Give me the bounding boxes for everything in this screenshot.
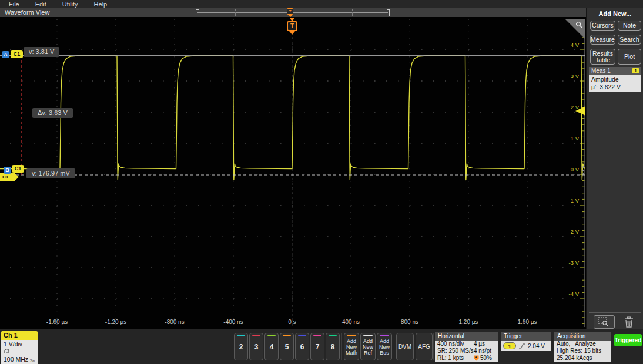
x-axis-label: -1.20 µs	[105, 319, 126, 325]
x-axis-label: 1.60 µs	[517, 319, 537, 325]
add-new-bus-button[interactable]: Add New Bus	[377, 333, 392, 360]
results-table-button[interactable]: Results Table	[590, 49, 615, 65]
channel-3-button[interactable]: 3	[249, 333, 263, 360]
overview-trigger-marker[interactable]: T	[287, 8, 293, 17]
tab-waveform-view[interactable]: Waveform View	[5, 9, 49, 16]
trigger-level: 2.04 V	[528, 343, 545, 349]
x-axis-label: 0 s	[288, 319, 296, 325]
menu-help[interactable]: Help	[94, 0, 108, 8]
add-new-ref-button[interactable]: Add New Ref	[360, 333, 376, 360]
waveform-view-tab-bar: Waveform View T	[0, 8, 586, 17]
acquisition-count: 25.204 kAcqs	[554, 355, 611, 362]
measure-button[interactable]: Measure	[590, 35, 615, 45]
divider	[341, 333, 342, 360]
x-axis-label: -800 ns	[165, 319, 184, 325]
divider	[433, 333, 434, 360]
zoom-mode-button[interactable]	[594, 315, 615, 329]
trash-button[interactable]	[622, 315, 636, 329]
channel-1-badge[interactable]: Ch 1 1 V/div 100 MHz ‰	[1, 331, 38, 364]
y-axis-label: 4 V	[571, 42, 580, 48]
trigger-settings-badge[interactable]: Trigger 1 2.04 V	[501, 332, 551, 351]
dvm-button[interactable]: DVM	[396, 333, 414, 360]
meas-source-badge: 1	[632, 68, 639, 73]
acquisition-resolution: High Res: 15 bits	[554, 348, 611, 355]
waveform-view: 4 V3 V2 V1 V0 V-1 V-2 V-3 V-4 V-1.60 µs-…	[0, 17, 586, 329]
zoom-selection-icon	[598, 317, 611, 327]
channel-1-scale: 1 V/div	[4, 341, 35, 348]
plot-button[interactable]: Plot	[618, 49, 641, 65]
probe-icon	[4, 348, 35, 356]
channel-8-button[interactable]: 8	[326, 333, 340, 360]
horizontal-title: Horizontal	[435, 332, 498, 341]
menu-file[interactable]: File	[9, 0, 19, 8]
bottom-bar: Ch 1 1 V/div 100 MHz ‰ 2 3 4 5 6 7 8 Add…	[0, 329, 643, 364]
y-axis-label: 3 V	[571, 73, 580, 79]
meas-type: Amplitude	[591, 76, 639, 83]
y-axis-label: 2 V	[571, 104, 580, 110]
meas-1-title: Meas 1	[591, 68, 611, 74]
horizontal-settings-badge[interactable]: Horizontal 400 ns/div4 µs SR: 250 MS/s4 …	[435, 332, 498, 362]
add-new-title: Add New...	[587, 10, 643, 17]
panel-splitter-grip[interactable]	[582, 164, 585, 177]
channel-5-button[interactable]: 5	[280, 333, 294, 360]
x-axis-label: 400 ns	[342, 319, 360, 325]
meas-value: µ': 3.622 V	[591, 83, 639, 91]
note-button[interactable]: Note	[618, 21, 641, 31]
trigger-flag-label: T	[287, 21, 297, 31]
y-axis-label: 0 V	[571, 166, 580, 173]
ruler-right-bracket	[387, 9, 390, 16]
menu-utility[interactable]: Utility	[62, 0, 78, 8]
channel-6-button[interactable]: 6	[295, 333, 309, 360]
y-axis-label: -1 V	[569, 197, 580, 204]
horizontal-overview-ruler[interactable]: T	[196, 9, 390, 16]
y-axis-label: -2 V	[569, 228, 580, 235]
y-axis-label: -4 V	[569, 291, 580, 297]
cursor-a-readout: v: 3.81 V	[24, 47, 59, 57]
channel-2-button[interactable]: 2	[234, 333, 248, 360]
cursor-delta-readout: Δv: 3.63 V	[32, 108, 73, 118]
trash-icon	[624, 316, 634, 328]
cursors-button[interactable]: Cursors	[590, 21, 615, 31]
oscilloscope-app: File Edit Utility Help Waveform View T 4…	[0, 0, 643, 364]
meas-1-badge[interactable]: Meas 1 1 Amplitude µ': 3.622 V	[589, 67, 641, 92]
waveform-plot[interactable]: 4 V3 V2 V1 V0 V-1 V-2 V-3 V-4 V-1.60 µs-…	[0, 17, 586, 329]
ruler-window-right	[352, 9, 353, 16]
search-button[interactable]: Search	[618, 35, 641, 45]
magnifier-icon	[575, 21, 583, 29]
trigger-title: Trigger	[501, 332, 551, 341]
trigger-flag-arrow-icon	[289, 31, 295, 35]
add-new-math-button[interactable]: Add New Math	[344, 333, 359, 360]
menu-edit[interactable]: Edit	[35, 0, 46, 8]
right-panel: Add New... Cursors Note Measure Search R…	[586, 8, 643, 329]
x-axis-label: -1.60 µs	[46, 319, 68, 325]
cursor-b-readout: v: 176.97 mV	[26, 168, 75, 178]
channel-7-button[interactable]: 7	[310, 333, 324, 360]
channel-4-button[interactable]: 4	[264, 333, 279, 360]
y-axis-label: -3 V	[569, 259, 580, 266]
overview-trigger-icon: T	[287, 8, 293, 15]
acquisition-title: Acquisition	[554, 332, 611, 341]
rising-edge-icon	[518, 342, 525, 349]
cursor-b-badge[interactable]: B	[4, 167, 11, 174]
cursor-b-source-badge[interactable]: C1	[12, 165, 24, 173]
ruler-window-left	[235, 9, 236, 16]
x-axis-label: 800 ns	[401, 319, 418, 325]
afg-button[interactable]: AFG	[416, 333, 433, 360]
acquisition-mode: Auto, Analyze	[554, 341, 611, 348]
ch1-trace	[0, 56, 585, 180]
trigger-status-badge: Triggered	[614, 334, 642, 346]
divider	[394, 333, 394, 360]
bandwidth-limit-icon: ‰	[30, 358, 35, 363]
acquisition-settings-badge[interactable]: Acquisition Auto, Analyze High Res: 15 b…	[554, 332, 611, 362]
y-axis-label: 1 V	[571, 135, 580, 141]
cursor-a-badge[interactable]: A	[2, 51, 9, 58]
panel-separator	[589, 312, 641, 313]
cursor-a-source-badge[interactable]: C1	[11, 50, 23, 58]
ruler-left-bracket	[196, 9, 199, 16]
channel-1-name: Ch 1	[1, 331, 38, 340]
trigger-source-badge: 1	[503, 342, 516, 349]
trigger-position-flag[interactable]: T	[286, 18, 298, 35]
menu-bar: File Edit Utility Help	[0, 0, 643, 8]
x-axis-label: -400 ns	[223, 319, 243, 325]
channel-1-bandwidth: 100 MHz	[4, 356, 28, 363]
